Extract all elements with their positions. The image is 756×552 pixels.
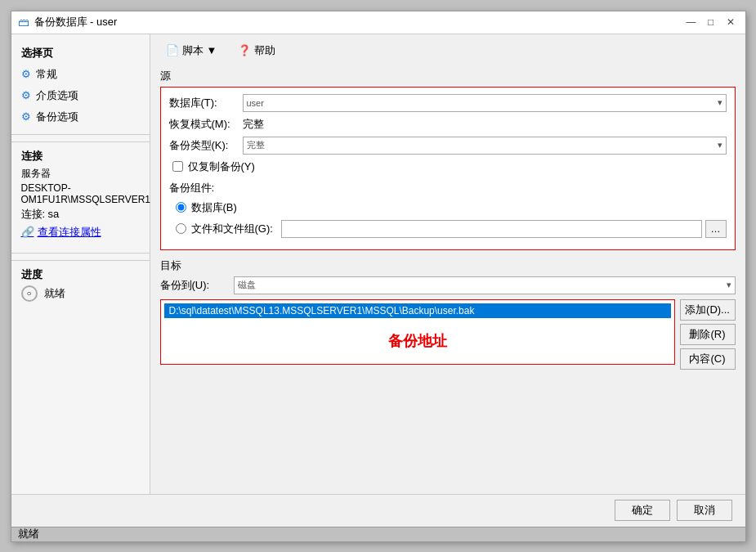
backup-options-icon: ⚙ xyxy=(21,110,31,123)
backup-to-row: 备份到(U): 磁盘 ▾ xyxy=(160,276,736,294)
destination-section: 目标 备份到(U): 磁盘 ▾ D:\sql\datatest\MSSQL13.… xyxy=(160,258,736,370)
progress-title: 进度 xyxy=(21,267,140,282)
view-connection-link[interactable]: 🔗 查看连接属性 xyxy=(21,225,140,240)
file-radio[interactable] xyxy=(176,223,186,234)
maximize-button[interactable]: □ xyxy=(703,14,719,30)
copy-backup-checkbox[interactable] xyxy=(172,161,183,172)
window-body: 选择页 ⚙ 常规 ⚙ 介质选项 ⚙ 备份选项 连接 服务器 DE xyxy=(11,34,745,494)
progress-status-label: 就绪 xyxy=(44,286,65,301)
ok-button[interactable]: 确定 xyxy=(615,500,670,521)
help-icon: ❓ xyxy=(238,44,251,56)
general-icon: ⚙ xyxy=(21,68,31,80)
progress-section: 进度 ○ 就绪 xyxy=(11,260,150,308)
script-button[interactable]: 📄 脚本 ▼ xyxy=(160,41,223,61)
backup-addr-label: 备份地址 xyxy=(161,318,674,364)
file-input-row: … xyxy=(281,220,727,238)
db-radio[interactable] xyxy=(176,202,186,213)
source-box: 数据库(T): user ▾ 恢复模式(M): 完整 备份类型(K): 完整 ▾ xyxy=(160,87,736,250)
connection-value: sa xyxy=(47,208,59,220)
copy-backup-row: 仅复制备份(Y) xyxy=(169,159,727,174)
sidebar: 选择页 ⚙ 常规 ⚙ 介质选项 ⚙ 备份选项 连接 服务器 DE xyxy=(11,34,150,494)
content-button[interactable]: 内容(C) xyxy=(680,348,736,370)
db-row: 数据库(T): user ▾ xyxy=(169,94,727,112)
path-item: D:\sql\datatest\MSSQL13.MSSQLSERVER1\MSS… xyxy=(164,303,671,318)
connection-label-row: 连接: sa xyxy=(21,207,140,222)
close-button[interactable]: ✕ xyxy=(722,14,739,30)
recovery-label: 恢复模式(M): xyxy=(169,117,243,132)
footer: 确定 取消 xyxy=(11,494,745,527)
title-bar-controls: — □ ✕ xyxy=(683,14,739,30)
remove-button[interactable]: 删除(R) xyxy=(680,324,736,345)
minimize-button[interactable]: — xyxy=(683,14,700,30)
file-browse-button[interactable]: … xyxy=(705,220,727,238)
backup-component-label: 备份组件: xyxy=(169,181,215,195)
sidebar-label-media: 介质选项 xyxy=(36,88,78,103)
backup-to-value: 磁盘 xyxy=(238,279,256,291)
recovery-row: 恢复模式(M): 完整 xyxy=(169,117,727,132)
backup-component-label-row: 备份组件: xyxy=(169,181,727,195)
sidebar-select-section: 选择页 ⚙ 常规 ⚙ 介质选项 ⚙ 备份选项 xyxy=(11,41,150,128)
db-dropdown-arrow: ▾ xyxy=(718,97,722,108)
help-label: 帮助 xyxy=(254,43,275,58)
sidebar-divider-2 xyxy=(11,253,150,254)
script-label: 脚本 xyxy=(182,43,204,58)
backup-to-arrow: ▾ xyxy=(727,280,731,290)
file-input-field[interactable] xyxy=(281,220,702,238)
sidebar-label-general: 常规 xyxy=(36,67,57,82)
destination-label: 目标 xyxy=(160,258,736,273)
link-icon: 🔗 xyxy=(21,226,34,238)
link-label: 查看连接属性 xyxy=(38,225,101,240)
title-bar-left: 🗃 备份数据库 - user xyxy=(18,15,118,29)
window-title: 备份数据库 - user xyxy=(34,15,118,29)
main-content: 📄 脚本 ▼ ❓ 帮助 源 数据库(T): user ▾ xyxy=(150,34,745,494)
source-section-label: 源 xyxy=(160,69,736,83)
backup-to-select[interactable]: 磁盘 ▾ xyxy=(234,276,736,294)
media-icon: ⚙ xyxy=(21,89,31,101)
db-radio-label: 数据库(B) xyxy=(191,200,237,215)
backup-type-value: 完整 xyxy=(247,139,265,151)
server-label: 服务器 xyxy=(21,167,140,181)
backup-to-label: 备份到(U): xyxy=(160,278,234,293)
sidebar-item-general[interactable]: ⚙ 常规 xyxy=(11,64,150,85)
db-select[interactable]: user ▾ xyxy=(243,94,727,112)
file-radio-row: 文件和文件组(G): … xyxy=(176,220,727,238)
sidebar-item-backup-options[interactable]: ⚙ 备份选项 xyxy=(11,106,150,128)
add-button[interactable]: 添加(D)... xyxy=(680,299,736,321)
path-box-container: D:\sql\datatest\MSSQL13.MSSQLSERVER1\MSS… xyxy=(160,299,736,370)
file-radio-label: 文件和文件组(G): xyxy=(191,222,273,236)
copy-backup-label: 仅复制备份(Y) xyxy=(188,159,255,174)
connection-label: 连接: xyxy=(21,208,46,220)
connection-section: 连接 服务器 DESKTOP-OM1FU1R\MSSQLSERVER1 连接: … xyxy=(11,141,150,246)
db-label: 数据库(T): xyxy=(169,96,243,110)
sidebar-label-backup-options: 备份选项 xyxy=(36,110,78,124)
progress-spinner: ○ xyxy=(21,285,38,302)
toolbar: 📄 脚本 ▼ ❓ 帮助 xyxy=(160,41,736,61)
cancel-button[interactable]: 取消 xyxy=(677,500,732,521)
recovery-value: 完整 xyxy=(243,117,727,132)
progress-status: ○ 就绪 xyxy=(21,285,140,302)
db-radio-row: 数据库(B) xyxy=(176,200,727,215)
sidebar-divider-1 xyxy=(11,134,150,135)
window-icon: 🗃 xyxy=(18,16,29,29)
backup-type-arrow: ▾ xyxy=(718,140,722,150)
backup-type-select[interactable]: 完整 ▾ xyxy=(243,137,727,155)
main-window: 🗃 备份数据库 - user — □ ✕ 选择页 ⚙ 常规 ⚙ 介质选项 xyxy=(11,11,746,542)
help-button[interactable]: ❓ 帮助 xyxy=(232,41,281,61)
connection-title: 连接 xyxy=(21,149,140,164)
status-bar: 就绪 xyxy=(11,527,745,541)
action-buttons: 添加(D)... 删除(R) 内容(C) xyxy=(680,299,736,370)
path-box: D:\sql\datatest\MSSQL13.MSSQLSERVER1\MSS… xyxy=(160,299,675,365)
script-icon: 📄 xyxy=(166,44,179,56)
backup-type-label: 备份类型(K): xyxy=(169,138,243,153)
script-arrow: ▼ xyxy=(207,44,217,56)
sidebar-item-media[interactable]: ⚙ 介质选项 xyxy=(11,85,150,106)
backup-component-radio-group: 数据库(B) 文件和文件组(G): … xyxy=(169,200,727,238)
sidebar-section-title: 选择页 xyxy=(11,41,150,64)
db-value: user xyxy=(247,98,264,108)
title-bar: 🗃 备份数据库 - user — □ ✕ xyxy=(11,11,745,34)
status-text: 就绪 xyxy=(18,527,39,541)
backup-type-row: 备份类型(K): 完整 ▾ xyxy=(169,137,727,155)
server-value: DESKTOP-OM1FU1R\MSSQLSERVER1 xyxy=(21,182,140,205)
